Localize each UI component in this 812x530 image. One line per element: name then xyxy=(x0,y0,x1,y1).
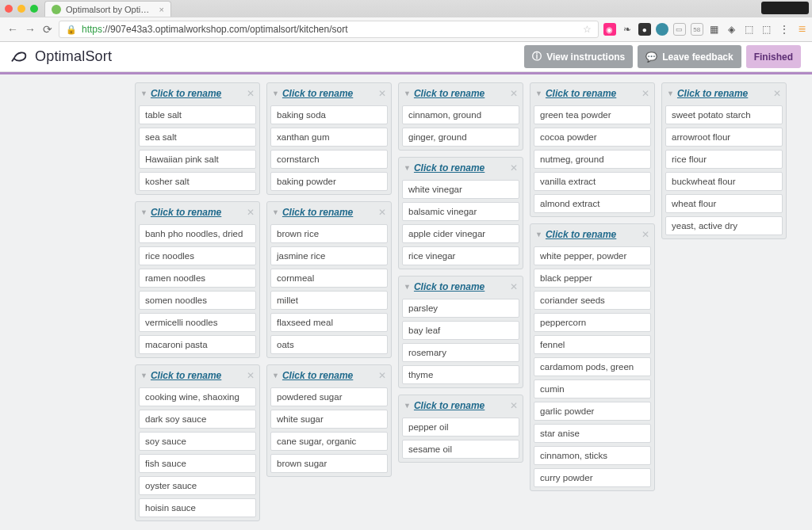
card-group[interactable]: ▼Click to rename✕green tea powdercocoa p… xyxy=(530,82,655,217)
sort-card[interactable]: garlic powder xyxy=(534,402,651,421)
sort-card[interactable]: curry powder xyxy=(534,468,651,487)
rename-group-link[interactable]: Click to rename xyxy=(151,370,221,381)
card-group[interactable]: ▼Click to rename✕banh pho noodles, dried… xyxy=(135,201,260,358)
sort-card[interactable]: kosher salt xyxy=(139,172,256,191)
rename-group-link[interactable]: Click to rename xyxy=(282,207,353,218)
sort-card[interactable]: rice flour xyxy=(665,150,783,169)
sort-card[interactable]: table salt xyxy=(139,105,256,124)
collapse-caret-icon[interactable]: ▼ xyxy=(272,90,279,97)
rename-group-link[interactable]: Click to rename xyxy=(151,207,221,218)
sort-card[interactable]: pepper oil xyxy=(402,418,519,437)
sort-card[interactable]: fish sauce xyxy=(139,454,256,473)
collapse-caret-icon[interactable]: ▼ xyxy=(272,208,279,216)
card-group[interactable]: ▼Click to rename✕cooking wine, shaoxingd… xyxy=(135,364,260,521)
sort-card[interactable]: macaroni pasta xyxy=(139,335,256,354)
delete-group-icon[interactable]: ✕ xyxy=(247,88,255,99)
sort-card[interactable]: apple cider vinegar xyxy=(402,224,519,243)
sort-card[interactable]: rosemary xyxy=(402,343,519,362)
delete-group-icon[interactable]: ✕ xyxy=(773,88,781,99)
collapse-caret-icon[interactable]: ▼ xyxy=(404,283,411,291)
sort-card[interactable]: powdered sugar xyxy=(270,387,388,406)
sort-card[interactable]: cinnamon, ground xyxy=(402,105,519,124)
card-group[interactable]: ▼Click to rename✕cinnamon, groundginger,… xyxy=(398,82,523,151)
address-bar[interactable]: 🔒 https://907e43a3.optimalworkshop.com/o… xyxy=(59,21,599,38)
sort-card[interactable]: cane sugar, organic xyxy=(270,432,388,451)
delete-group-icon[interactable]: ✕ xyxy=(642,88,649,99)
collapse-caret-icon[interactable]: ▼ xyxy=(140,372,147,379)
rename-group-link[interactable]: Click to rename xyxy=(546,229,616,240)
rename-group-link[interactable]: Click to rename xyxy=(282,88,353,99)
sort-card[interactable]: coriander seeds xyxy=(534,291,651,310)
sort-card[interactable]: cornstarch xyxy=(270,150,388,169)
collapse-caret-icon[interactable]: ▼ xyxy=(667,90,674,97)
sort-card[interactable]: peppercorn xyxy=(534,313,651,332)
sort-card[interactable]: banh pho noodles, dried xyxy=(139,224,256,243)
close-window-icon[interactable] xyxy=(5,5,13,13)
sort-card[interactable]: white sugar xyxy=(270,410,388,429)
sort-card[interactable]: soy sauce xyxy=(139,432,256,451)
extension-icon[interactable]: ◈ xyxy=(726,23,738,36)
extension-icon[interactable]: ▦ xyxy=(708,23,721,36)
sort-card[interactable]: jasmine rice xyxy=(270,246,388,265)
forward-button[interactable]: → xyxy=(24,23,36,36)
sort-card[interactable]: cinnamon, sticks xyxy=(534,446,651,465)
delete-group-icon[interactable]: ✕ xyxy=(510,162,518,173)
sort-card[interactable]: yeast, active dry xyxy=(665,216,783,235)
sort-card[interactable]: hoisin sauce xyxy=(139,498,256,517)
sort-card[interactable]: fennel xyxy=(534,335,651,354)
sort-card[interactable]: green tea powder xyxy=(534,105,651,124)
delete-group-icon[interactable]: ✕ xyxy=(642,229,649,240)
sort-card[interactable]: flaxseed meal xyxy=(270,313,388,332)
extension-icon[interactable]: ◉ xyxy=(603,23,616,36)
delete-group-icon[interactable]: ✕ xyxy=(378,88,386,99)
rename-group-link[interactable]: Click to rename xyxy=(414,400,485,411)
leave-feedback-button[interactable]: 💬 Leave feedback xyxy=(638,45,741,68)
sort-card[interactable]: cooking wine, shaoxing xyxy=(139,387,256,406)
sort-card[interactable]: ginger, ground xyxy=(402,128,519,147)
sort-card[interactable]: cumin xyxy=(534,379,651,398)
sort-card[interactable]: somen noodles xyxy=(139,291,256,310)
extension-icon[interactable]: ❧ xyxy=(621,23,634,36)
collapse-caret-icon[interactable]: ▼ xyxy=(140,208,147,216)
extension-icon[interactable]: ⬚ xyxy=(760,23,773,36)
sort-card[interactable]: nutmeg, ground xyxy=(534,150,651,169)
sort-card[interactable]: millet xyxy=(270,291,388,310)
rename-group-link[interactable]: Click to rename xyxy=(414,281,485,292)
collapse-caret-icon[interactable]: ▼ xyxy=(272,372,279,379)
back-button[interactable]: ← xyxy=(6,23,19,36)
card-group[interactable]: ▼Click to rename✕pepper oilsesame oil xyxy=(398,395,523,463)
collapse-caret-icon[interactable]: ▼ xyxy=(404,164,411,172)
sort-card[interactable]: dark soy sauce xyxy=(139,410,256,429)
tab-close-icon[interactable]: × xyxy=(159,5,164,14)
bookmark-star-icon[interactable]: ☆ xyxy=(583,24,592,35)
sort-card[interactable]: oyster sauce xyxy=(139,476,256,495)
sort-card[interactable]: vermicelli noodles xyxy=(139,313,256,332)
extension-icon[interactable]: ● xyxy=(638,23,651,36)
sort-card[interactable]: almond extract xyxy=(534,194,651,213)
delete-group-icon[interactable]: ✕ xyxy=(510,400,518,411)
sort-card[interactable]: xanthan gum xyxy=(270,128,388,147)
card-group[interactable]: ▼Click to rename✕white vinegarbalsamic v… xyxy=(398,157,523,269)
sort-card[interactable]: vanilla extract xyxy=(534,172,651,191)
maximize-window-icon[interactable] xyxy=(30,5,38,13)
card-group[interactable]: ▼Click to rename✕brown ricejasmine ricec… xyxy=(266,201,392,358)
window-controls[interactable] xyxy=(5,5,38,13)
sort-card[interactable]: arrowroot flour xyxy=(665,128,783,147)
delete-group-icon[interactable]: ✕ xyxy=(247,207,255,218)
sort-card[interactable]: wheat flour xyxy=(665,194,783,213)
view-instructions-button[interactable]: ⓘ View instructions xyxy=(524,45,633,68)
sort-card[interactable]: cardamom pods, green xyxy=(534,357,651,376)
sort-card[interactable]: star anise xyxy=(534,424,651,443)
collapse-caret-icon[interactable]: ▼ xyxy=(535,231,542,238)
sort-card[interactable]: cocoa powder xyxy=(534,128,651,147)
sort-card[interactable]: baking soda xyxy=(270,105,388,124)
sort-card[interactable]: cornmeal xyxy=(270,269,388,288)
sort-card[interactable]: rice vinegar xyxy=(402,246,519,265)
extension-icon[interactable]: 58 xyxy=(691,23,703,36)
sort-card[interactable]: sweet potato starch xyxy=(665,105,783,124)
extension-icon[interactable]: ▭ xyxy=(673,23,686,36)
delete-group-icon[interactable]: ✕ xyxy=(510,281,518,292)
sort-card[interactable]: ramen noodles xyxy=(139,269,256,288)
card-group[interactable]: ▼Click to rename✕table saltsea saltHawai… xyxy=(135,82,260,195)
extension-icon[interactable]: ⬚ xyxy=(743,23,756,36)
